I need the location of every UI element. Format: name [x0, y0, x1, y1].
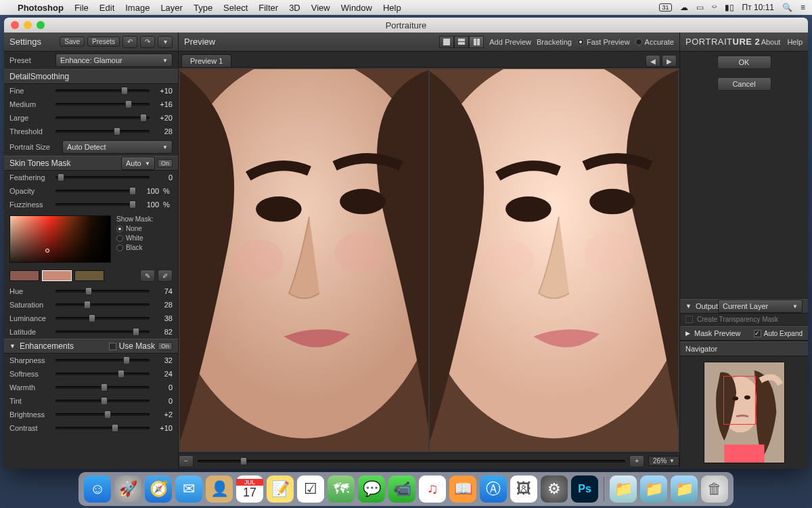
dock-settings-icon[interactable]: ⚙ — [541, 475, 568, 503]
menu-edit[interactable]: Edit — [99, 3, 114, 13]
notification-center-icon[interactable]: ≡ — [800, 3, 805, 12]
dock-appstore-icon[interactable]: Ⓐ — [480, 475, 507, 503]
navigator-viewport-rect[interactable] — [723, 376, 756, 425]
output-header[interactable]: ▼Output Current Layer▼ — [680, 299, 808, 314]
window-titlebar[interactable]: Portraiture — [4, 18, 808, 33]
zoom-slider[interactable] — [198, 457, 625, 466]
menubar-app-name[interactable]: Photoshop — [18, 3, 64, 13]
sharpness-slider[interactable] — [55, 356, 150, 365]
large-slider[interactable] — [55, 113, 150, 123]
brightness-slider[interactable] — [55, 410, 150, 419]
dock-itunes-icon[interactable]: ♫ — [419, 475, 446, 503]
zoom-value-dropdown[interactable]: 26%▼ — [648, 456, 679, 466]
dock-folder-2-icon[interactable]: 📁 — [640, 475, 667, 503]
color-gradient-picker[interactable] — [9, 215, 111, 263]
fine-slider[interactable] — [55, 86, 150, 96]
skin-tones-mode-dropdown[interactable]: Auto▼ — [121, 156, 155, 170]
fast-preview-radio[interactable]: Fast Preview — [577, 38, 630, 46]
help-link[interactable]: Help — [787, 38, 803, 46]
enhancements-on-toggle[interactable]: On — [158, 342, 173, 350]
about-link[interactable]: About — [761, 38, 781, 46]
view-single-button[interactable] — [439, 36, 454, 48]
saturation-slider[interactable] — [55, 300, 150, 310]
menu-select[interactable]: Select — [223, 3, 248, 13]
dock-trash-icon[interactable]: 🗑 — [701, 475, 728, 503]
mask-preview-header[interactable]: ▶Mask Preview Auto Expand — [680, 326, 808, 341]
use-mask-checkbox[interactable] — [109, 343, 116, 350]
dock-messages-icon[interactable]: 💬 — [358, 475, 385, 503]
accurate-radio[interactable]: Accurate — [635, 38, 674, 46]
redo-icon[interactable]: ↷ — [140, 36, 155, 48]
preset-dropdown[interactable]: Enhance: Glamour ▼ — [55, 54, 173, 67]
dock-facetime-icon[interactable]: 📹 — [388, 475, 415, 503]
undo-icon[interactable]: ↶ — [122, 36, 137, 48]
contrast-slider[interactable] — [55, 423, 150, 433]
view-split-button[interactable] — [469, 36, 484, 48]
hue-slider[interactable] — [55, 287, 150, 296]
calendar-status-icon[interactable]: 31 — [659, 3, 671, 12]
dock-contacts-icon[interactable]: 👤 — [206, 475, 233, 503]
tab-prev-icon[interactable]: ◀ — [646, 55, 660, 67]
wifi-status-icon[interactable]: ⌔ — [712, 3, 717, 12]
save-button[interactable]: Save — [60, 37, 85, 47]
softness-slider[interactable] — [55, 369, 150, 379]
latitude-slider[interactable] — [55, 327, 150, 337]
fuzziness-slider[interactable] — [55, 200, 136, 209]
skin-tones-on-toggle[interactable]: On — [158, 159, 173, 167]
swatch-3[interactable] — [74, 270, 104, 281]
feathering-slider[interactable] — [55, 173, 150, 182]
window-close-button[interactable] — [11, 21, 19, 29]
menubar-clock[interactable]: Пт 10:11 — [742, 3, 774, 12]
preview-area[interactable] — [179, 68, 679, 452]
dock-photoshop-icon[interactable]: Ps — [571, 475, 598, 503]
menu-3d[interactable]: 3D — [289, 3, 300, 13]
window-zoom-button[interactable] — [37, 21, 45, 29]
mask-white-radio[interactable]: White — [116, 234, 153, 242]
tint-slider[interactable] — [55, 396, 150, 406]
navigator-thumbnail[interactable] — [704, 362, 785, 463]
eyedropper-icon[interactable]: ✎ — [140, 270, 155, 282]
menu-view[interactable]: View — [311, 3, 330, 13]
swatch-2[interactable] — [42, 270, 72, 281]
menu-filter[interactable]: Filter — [258, 3, 278, 13]
dock-maps-icon[interactable]: 🗺 — [328, 475, 355, 503]
medium-slider[interactable] — [55, 100, 150, 109]
mask-black-radio[interactable]: Black — [116, 244, 153, 251]
dock-launchpad-icon[interactable]: 🚀 — [114, 475, 141, 503]
presets-button[interactable]: Presets — [87, 37, 120, 47]
zoom-out-button[interactable]: − — [179, 455, 194, 467]
cloud-status-icon[interactable]: ☁ — [680, 3, 688, 12]
gradient-sample-point[interactable] — [45, 249, 49, 253]
view-stacked-button[interactable] — [454, 36, 469, 48]
dock-folder-3-icon[interactable]: 📁 — [671, 475, 698, 503]
menu-layer[interactable]: Layer — [160, 3, 183, 13]
dock-finder-icon[interactable]: ☺ — [84, 475, 111, 503]
battery-status-icon[interactable]: ▮▯ — [725, 3, 734, 12]
menu-file[interactable]: File — [74, 3, 89, 13]
enhancements-header[interactable]: ▼Enhancements Use Mask On — [4, 339, 178, 354]
output-mode-dropdown[interactable]: Current Layer▼ — [718, 299, 803, 313]
display-status-icon[interactable]: ▭ — [696, 3, 704, 12]
opacity-slider[interactable] — [55, 186, 136, 196]
dock-folder-1-icon[interactable]: 📁 — [610, 475, 637, 503]
portrait-size-dropdown[interactable]: Auto Detect ▼ — [62, 140, 173, 154]
swatch-1[interactable] — [9, 270, 39, 281]
menu-help[interactable]: Help — [383, 3, 401, 13]
preview-tab-1[interactable]: Preview 1 — [181, 54, 231, 67]
menu-type[interactable]: Type — [194, 3, 212, 13]
bracketing-button[interactable]: Bracketing — [537, 38, 572, 46]
cancel-button[interactable]: Cancel — [717, 77, 771, 91]
dock-safari-icon[interactable]: 🧭 — [145, 475, 172, 503]
menu-window[interactable]: Window — [341, 3, 372, 13]
auto-expand-checkbox[interactable] — [754, 330, 761, 337]
menu-image[interactable]: Image — [125, 3, 150, 13]
dock-mail-icon[interactable]: ✉ — [175, 475, 202, 503]
dock-notes-icon[interactable]: 📝 — [267, 475, 294, 503]
window-minimize-button[interactable] — [24, 21, 32, 29]
luminance-slider[interactable] — [55, 314, 150, 323]
dock-preview-icon[interactable]: 🖼 — [510, 475, 537, 503]
history-dropdown-icon[interactable]: ▾ — [158, 36, 173, 48]
dock-reminders-icon[interactable]: ☑ — [297, 475, 324, 503]
warmth-slider[interactable] — [55, 383, 150, 392]
spotlight-icon[interactable]: 🔍 — [782, 3, 792, 12]
